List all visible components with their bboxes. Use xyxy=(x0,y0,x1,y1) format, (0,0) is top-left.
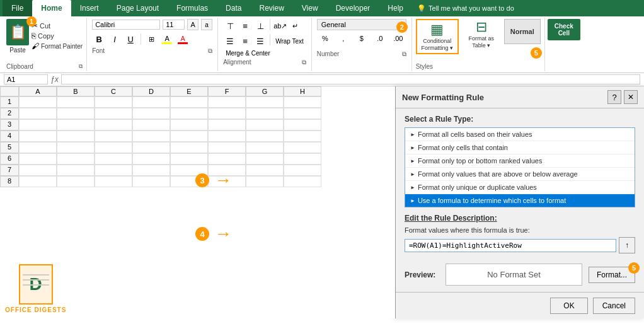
increase-decimal-button[interactable]: .0 xyxy=(372,32,388,45)
tell-me-text[interactable]: Tell me what you want to do xyxy=(428,4,514,12)
cell-r1c3[interactable] xyxy=(132,96,170,108)
cell-r7c0[interactable] xyxy=(19,165,57,176)
rule-item-1[interactable]: ►Format only cells that contain xyxy=(405,141,635,154)
cell-r3c5[interactable] xyxy=(208,119,246,131)
currency-button[interactable]: $ xyxy=(354,32,370,45)
bold-button[interactable]: B xyxy=(92,32,106,46)
align-center-button[interactable]: ≡ xyxy=(238,34,252,48)
cell-r8c6[interactable] xyxy=(246,176,284,187)
cell-r2c2[interactable] xyxy=(95,108,132,119)
alignment-expand-icon[interactable]: ⧉ xyxy=(302,59,306,66)
cell-r1c2[interactable] xyxy=(95,96,132,108)
cell-r7c1[interactable] xyxy=(57,165,95,176)
cell-r1c4[interactable] xyxy=(170,96,208,108)
cell-r3c1[interactable] xyxy=(57,119,95,131)
cell-r7c7[interactable] xyxy=(284,165,321,176)
angle-text-button[interactable]: ab↗ xyxy=(273,19,287,33)
align-middle-button[interactable]: ≡ xyxy=(238,19,252,33)
tab-file[interactable]: File xyxy=(3,0,32,16)
align-top-button[interactable]: ⊤ xyxy=(223,19,237,33)
paste-button[interactable]: 📋 Paste xyxy=(6,19,29,62)
cell-r6c2[interactable] xyxy=(95,153,132,165)
fill-color-button[interactable]: A xyxy=(160,32,174,46)
clipboard-expand-icon[interactable]: ⧉ xyxy=(79,63,83,70)
cell-r1c6[interactable] xyxy=(246,96,284,108)
conditional-formatting-button[interactable]: ▦ ConditionalFormatting ▾ xyxy=(416,19,459,54)
merge-center-button[interactable]: Merge & Center xyxy=(223,49,273,57)
cell-r1c0[interactable] xyxy=(19,96,57,108)
cell-r8c0[interactable] xyxy=(19,176,57,187)
font-size-input[interactable] xyxy=(163,20,185,30)
cell-r7c6[interactable] xyxy=(246,165,284,176)
tab-page-layout[interactable]: Page Layout xyxy=(108,0,168,16)
italic-button[interactable]: I xyxy=(108,32,122,46)
tab-formulas[interactable]: Formulas xyxy=(168,0,217,16)
cell-r5c2[interactable] xyxy=(95,142,132,153)
align-bottom-button[interactable]: ⊥ xyxy=(253,19,267,33)
cell-r7c3[interactable] xyxy=(132,165,170,176)
cell-r4c2[interactable] xyxy=(95,131,132,142)
cell-r3c0[interactable] xyxy=(19,119,57,131)
tab-insert[interactable]: Insert xyxy=(71,0,108,16)
help-button[interactable]: ? xyxy=(607,90,621,104)
cell-r2c4[interactable] xyxy=(170,108,208,119)
cell-r1c5[interactable] xyxy=(208,96,246,108)
cell-r8c7[interactable] xyxy=(284,176,321,187)
cell-r2c5[interactable] xyxy=(208,108,246,119)
cell-r5c0[interactable] xyxy=(19,142,57,153)
border-button[interactable]: ⊞ xyxy=(144,32,158,46)
cell-r3c6[interactable] xyxy=(246,119,284,131)
cell-r5c1[interactable] xyxy=(57,142,95,153)
cell-r5c3[interactable] xyxy=(132,142,170,153)
cell-r4c1[interactable] xyxy=(57,131,95,142)
cell-r1c7[interactable] xyxy=(284,96,321,108)
cell-r3c2[interactable] xyxy=(95,119,132,131)
close-button[interactable]: ✕ xyxy=(624,90,638,104)
cell-r5c5[interactable] xyxy=(208,142,246,153)
comma-button[interactable]: , xyxy=(335,32,352,45)
rule-item-2[interactable]: ►Format only top or bottom ranked values xyxy=(405,154,635,168)
formula-bar-input[interactable] xyxy=(61,74,640,84)
decrease-font-button[interactable]: a xyxy=(201,19,212,30)
cell-r5c4[interactable] xyxy=(170,142,208,153)
tab-help[interactable]: Help xyxy=(379,0,412,16)
cut-button[interactable]: ✂ Cut 1 xyxy=(32,21,83,30)
formula-collapse-button[interactable]: ↑ xyxy=(619,237,635,253)
decrease-decimal-button[interactable]: .00 xyxy=(390,32,406,45)
cell-style-normal[interactable]: Normal xyxy=(504,19,541,44)
rule-item-3[interactable]: ►Format only values that are above or be… xyxy=(405,168,635,181)
cell-r2c3[interactable] xyxy=(132,108,170,119)
cell-r8c3[interactable] xyxy=(132,176,170,187)
tab-data[interactable]: Data xyxy=(217,0,250,16)
cell-r3c3[interactable] xyxy=(132,119,170,131)
copy-button[interactable]: ⎘ Copy xyxy=(32,32,83,40)
cell-r4c4[interactable] xyxy=(170,131,208,142)
cell-r4c7[interactable] xyxy=(284,131,321,142)
cell-r4c3[interactable] xyxy=(132,131,170,142)
tab-view[interactable]: View xyxy=(293,0,327,16)
cell-r2c6[interactable] xyxy=(246,108,284,119)
cell-r5c7[interactable] xyxy=(284,142,321,153)
number-format-select[interactable]: General xyxy=(317,19,406,30)
cell-r6c5[interactable] xyxy=(208,153,246,165)
format-button[interactable]: Format... 5 xyxy=(589,267,635,283)
rule-item-0[interactable]: ►Format all cells based on their values xyxy=(405,128,635,141)
cancel-button[interactable]: Cancel xyxy=(593,298,635,314)
formula-input[interactable] xyxy=(405,239,616,252)
align-left-button[interactable]: ☰ xyxy=(223,34,237,48)
check-cell-button[interactable]: CheckCell xyxy=(548,19,580,40)
cell-r4c5[interactable] xyxy=(208,131,246,142)
cell-r6c1[interactable] xyxy=(57,153,95,165)
cell-r6c6[interactable] xyxy=(246,153,284,165)
align-right-button[interactable]: ☰ xyxy=(253,34,267,48)
number-expand-icon[interactable]: ⧉ xyxy=(402,50,406,58)
percent-button[interactable]: % xyxy=(317,32,333,45)
rule-item-4[interactable]: ►Format only unique or duplicate values xyxy=(405,181,635,194)
cell-r2c0[interactable] xyxy=(19,108,57,119)
tab-developer[interactable]: Developer xyxy=(327,0,379,16)
font-name-input[interactable] xyxy=(92,20,160,30)
underline-button[interactable]: U xyxy=(124,32,137,46)
tab-review[interactable]: Review xyxy=(250,0,292,16)
ok-button[interactable]: OK xyxy=(550,298,587,314)
font-color-button[interactable]: A xyxy=(176,32,190,46)
